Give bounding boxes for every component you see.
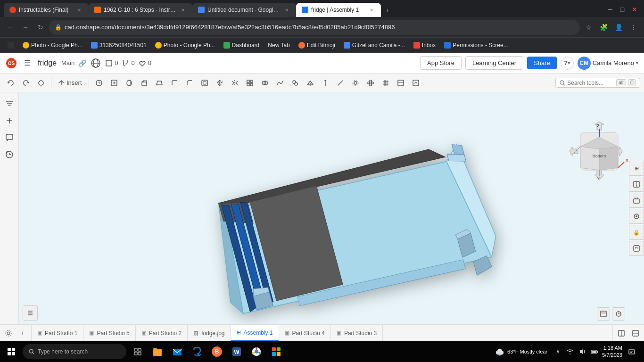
maximize-button[interactable]: □ — [617, 4, 628, 15]
tool-fillet[interactable] — [167, 76, 182, 90]
search-tools-input[interactable] — [567, 80, 614, 86]
tab-fridge-jpg[interactable]: 🖼 fridge.jpg — [188, 325, 231, 341]
tool-axis[interactable] — [318, 76, 332, 90]
view-tool-6[interactable] — [629, 241, 644, 256]
tool-revolve[interactable] — [122, 76, 136, 90]
bookmark-5[interactable]: New Tab — [264, 40, 293, 50]
view-tool-1[interactable]: ⊞ — [629, 161, 644, 176]
bookmark-1[interactable]: Photo - Google Ph... — [19, 40, 86, 50]
tool-measure[interactable] — [333, 76, 347, 90]
user-avatar[interactable]: CM Camila Moreno ▾ — [578, 57, 638, 70]
panel-toggle-icon[interactable] — [23, 305, 38, 321]
taskbar-search[interactable]: Type here to search — [23, 344, 126, 359]
undo-button[interactable] — [4, 76, 18, 90]
insert-button[interactable]: Insert — [54, 76, 86, 90]
share-button[interactable]: Share — [527, 57, 557, 69]
tool-sketch[interactable] — [107, 76, 121, 90]
sidebar-add-icon[interactable] — [2, 113, 17, 128]
bookmark-3[interactable]: Photo - Google Ph... — [151, 40, 219, 50]
tab-part-studio-4[interactable]: ▣ Part Studio 4 — [279, 325, 331, 341]
tray-battery-icon[interactable] — [590, 347, 599, 356]
taskbar-file-explorer[interactable] — [148, 342, 167, 361]
tool-grid[interactable] — [379, 76, 393, 90]
taskbar-bitmoji[interactable]: B — [207, 342, 226, 361]
tool-panel2[interactable] — [409, 76, 423, 90]
start-button[interactable] — [2, 342, 21, 361]
tool-move[interactable] — [213, 76, 227, 90]
search-tools-bar[interactable]: alt C — [555, 78, 640, 88]
viewport-3d[interactable]: Bottom X Z Y ⊞ — [19, 92, 644, 324]
tab3-close[interactable]: ✕ — [283, 6, 290, 14]
tab2-close[interactable]: ✕ — [179, 6, 187, 14]
tab-assembly-1[interactable]: ⊞ Assembly 1 — [231, 325, 279, 341]
bookmark-apps[interactable] — [4, 40, 18, 50]
learning-center-button[interactable]: Learning Center — [465, 56, 523, 70]
tab1-close[interactable]: ✕ — [75, 6, 83, 14]
bottom-panel-icon1[interactable] — [615, 327, 628, 340]
document-link-icon[interactable]: 🔗 — [78, 59, 86, 67]
tab4-close[interactable]: ✕ — [368, 6, 375, 14]
bookmark-8[interactable]: Inbox — [410, 40, 439, 50]
view-tool-2[interactable] — [629, 177, 644, 192]
tool-pattern[interactable] — [243, 76, 257, 90]
tray-network-icon[interactable] — [565, 347, 575, 356]
notification-center-icon[interactable] — [625, 345, 638, 358]
bottom-panel-icon2[interactable] — [629, 327, 642, 340]
new-tab-button[interactable]: + — [381, 4, 394, 17]
taskbar-word[interactable]: W — [227, 342, 246, 361]
sidebar-comment-icon[interactable] — [2, 130, 17, 145]
tool-gear2[interactable] — [363, 76, 378, 90]
tool-surface[interactable] — [273, 76, 287, 90]
sidebar-history-icon[interactable] — [2, 147, 17, 162]
taskbar-mail[interactable] — [168, 342, 187, 361]
tab-part-studio-1[interactable]: ▣ Part Studio 1 — [32, 325, 83, 341]
tool-chamfer[interactable] — [182, 76, 197, 90]
tool-shell[interactable] — [198, 76, 212, 90]
tool-mate[interactable] — [288, 76, 302, 90]
view-tool-5[interactable]: 🔒 — [629, 225, 644, 240]
bottom-settings-icon[interactable] — [2, 327, 15, 340]
browser-tab-1[interactable]: Instructables (Final) ✕ — [4, 3, 89, 17]
system-clock[interactable]: 1:18 AM 5/7/2023 — [602, 345, 622, 359]
viewport-br-icon1[interactable] — [597, 307, 610, 321]
bookmark-star-icon[interactable]: ☆ — [582, 21, 595, 34]
tray-volume-icon[interactable] — [578, 347, 587, 356]
viewport-br-icon2[interactable] — [612, 307, 625, 321]
browser-menu-icon[interactable]: ⋮ — [627, 21, 640, 34]
url-bar[interactable]: 🔒 cad.onshape.com/documents/3e439ddfd912… — [49, 20, 580, 35]
tool-panel1[interactable] — [394, 76, 408, 90]
refresh-button[interactable] — [34, 76, 48, 90]
tool-extrude[interactable] — [137, 76, 151, 90]
nav-cube-area[interactable]: Bottom X Z Y — [569, 121, 630, 187]
help-button[interactable]: ? ▾ — [561, 57, 574, 70]
tool-loft[interactable] — [152, 76, 166, 90]
forward-button[interactable]: → — [19, 21, 32, 34]
bookmark-6[interactable]: Edit Bitmoji — [295, 40, 339, 50]
browser-tab-3[interactable]: Untitled document - Google Doc... ✕ — [192, 3, 296, 17]
profile-icon[interactable]: 👤 — [612, 21, 625, 34]
tray-up-icon[interactable]: ∧ — [553, 347, 562, 356]
back-button[interactable]: ← — [4, 21, 17, 34]
tool-clock[interactable] — [92, 76, 106, 90]
tool-gear1[interactable] — [348, 76, 363, 90]
tool-boolean[interactable] — [258, 76, 272, 90]
minimize-button[interactable]: ─ — [604, 4, 616, 15]
bookmark-7[interactable]: Gitzel and Camila -... — [340, 40, 409, 50]
tool-mirror[interactable] — [228, 76, 242, 90]
weather-widget[interactable]: 63°F Mostly clear — [491, 346, 550, 357]
taskbar-chrome[interactable] — [247, 342, 266, 361]
browser-tab-2[interactable]: 1962 C-10 : 6 Steps - Instructable... ✕ — [89, 3, 192, 17]
reload-button[interactable]: ↻ — [34, 21, 47, 34]
tab-part-studio-5[interactable]: ▣ Part Studio 5 — [83, 325, 135, 341]
view-tool-3[interactable] — [629, 193, 644, 208]
tab-part-studio-3[interactable]: ▣ Part Studio 3 — [331, 325, 383, 341]
browser-tab-4[interactable]: fridge | Assembly 1 ✕ — [296, 3, 381, 17]
tool-plane[interactable] — [303, 76, 317, 90]
bookmark-9[interactable]: Permissions - Scree... — [440, 40, 512, 50]
taskbar-task-view[interactable] — [128, 342, 147, 361]
globe-icon[interactable] — [90, 58, 101, 69]
bookmark-4[interactable]: Dashboard — [220, 40, 264, 50]
onshape-logo[interactable]: OS — [6, 58, 17, 69]
bookmark-2[interactable]: 313625084041501 — [87, 40, 150, 50]
redo-button[interactable] — [19, 76, 33, 90]
